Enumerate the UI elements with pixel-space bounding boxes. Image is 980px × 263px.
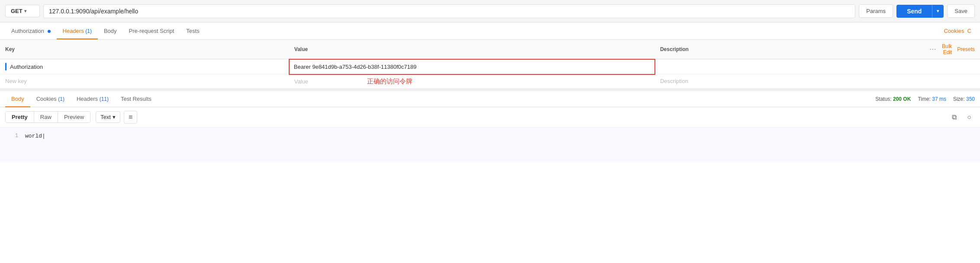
headers-table: Key Value Description ··· Bulk Edit Pres… <box>0 40 980 89</box>
headers-section: Key Value Description ··· Bulk Edit Pres… <box>0 40 980 89</box>
send-btn-group: Send ▾ <box>896 5 944 18</box>
resp-tab-test-results[interactable]: Test Results <box>115 91 158 107</box>
resp-tab-headers[interactable]: Headers (11) <box>71 91 115 107</box>
url-bar: GET ▾ Params Send ▾ Save <box>0 0 980 22</box>
new-key-cell[interactable]: New key <box>0 74 289 89</box>
tab-pre-request[interactable]: Pre-request Script <box>123 23 181 39</box>
annotation-text: 正确的访问令牌 <box>367 76 413 87</box>
save-button[interactable]: Save <box>947 4 975 18</box>
method-label: GET <box>11 8 23 14</box>
line-content-1: world <box>25 133 45 139</box>
request-tabs: Authorization Headers (1) Body Pre-reque… <box>0 22 980 40</box>
bulk-edit-button[interactable]: Bulk Edit <box>942 43 952 55</box>
dots-button[interactable]: ··· <box>930 46 937 52</box>
format-raw-button[interactable]: Raw <box>34 112 58 122</box>
send-button[interactable]: Send <box>896 5 932 18</box>
tab-tests[interactable]: Tests <box>180 23 205 39</box>
resp-tab-body-label: Body <box>11 96 24 102</box>
new-row-actions <box>925 74 980 89</box>
params-button[interactable]: Params <box>859 4 893 18</box>
type-select[interactable]: Text ▾ <box>96 111 120 123</box>
new-value-cell: Value 正确的访问令牌 <box>289 74 655 89</box>
row-actions <box>925 59 980 74</box>
size-label: Size: 350 <box>953 96 975 102</box>
key-bar-indicator <box>5 63 6 71</box>
tab-pre-request-label: Pre-request Script <box>129 28 174 34</box>
cookies-link[interactable]: Cookies C <box>940 28 975 34</box>
response-body-actions: ⧉ ○ <box>948 112 975 123</box>
resp-headers-badge: (11) <box>100 96 109 102</box>
tab-authorization[interactable]: Authorization <box>5 23 57 39</box>
send-dropdown-button[interactable]: ▾ <box>932 5 944 18</box>
resp-line-1: 1 world <box>0 132 980 140</box>
value-cell-highlighted[interactable]: Bearer 9e841d9b-a753-4d26-b38f-11380f0c7… <box>289 59 655 74</box>
key-cell: Authorization <box>0 59 289 74</box>
status-label: Status: 200 OK <box>875 96 911 102</box>
tab-authorization-label: Authorization <box>11 28 44 34</box>
type-chevron: ▾ <box>113 114 116 120</box>
col-description: Description <box>655 40 925 59</box>
new-description-cell: Description <box>655 74 925 89</box>
new-value-placeholder: Value <box>294 78 308 85</box>
new-desc-placeholder: Description <box>660 78 688 84</box>
key-value[interactable]: Authorization <box>10 64 43 70</box>
tab-body[interactable]: Body <box>98 23 123 39</box>
col-value: Value <box>289 40 655 59</box>
resp-tab-cookies[interactable]: Cookies (1) <box>30 91 71 107</box>
resp-tab-headers-label: Headers <box>77 96 100 102</box>
table-row: Authorization Bearer 9e841d9b-a753-4d26-… <box>0 59 980 74</box>
response-tabs: Body Cookies (1) Headers (11) Test Resul… <box>0 90 980 107</box>
headers-badge: (1) <box>85 28 92 34</box>
new-key-placeholder: New key <box>5 78 27 84</box>
time-label: Time: 37 ms <box>918 96 946 102</box>
col-actions: ··· Bulk Edit Presets <box>925 40 980 59</box>
format-pretty-button[interactable]: Pretty <box>6 112 34 122</box>
tab-tests-label: Tests <box>186 28 199 34</box>
resp-tab-cookies-label: Cookies <box>36 96 58 102</box>
tab-headers[interactable]: Headers (1) <box>57 23 98 39</box>
table-row-new: New key Value 正确的访问令牌 Description <box>0 74 980 89</box>
description-cell[interactable] <box>655 59 925 74</box>
response-status-info: Status: 200 OK Time: 37 ms Size: 350 <box>875 96 975 102</box>
method-select[interactable]: GET ▾ <box>5 5 40 17</box>
cookies-badge: (1) <box>58 96 64 102</box>
size-value: 350 <box>966 96 975 102</box>
line-number-1: 1 <box>5 133 18 139</box>
search-button[interactable]: ○ <box>964 112 975 123</box>
tab-body-label: Body <box>104 28 117 34</box>
url-input[interactable] <box>43 4 855 18</box>
format-preview-button[interactable]: Preview <box>58 112 90 122</box>
col-key: Key <box>0 40 289 59</box>
resp-tab-body[interactable]: Body <box>5 91 30 107</box>
wrap-button[interactable]: ≡ <box>124 111 137 124</box>
type-label: Text <box>100 114 111 120</box>
copy-button[interactable]: ⧉ <box>948 112 960 123</box>
resp-tab-test-results-label: Test Results <box>121 96 152 102</box>
authorization-dot <box>48 30 51 33</box>
method-chevron: ▾ <box>24 9 26 13</box>
response-content: 1 world <box>0 128 980 162</box>
response-body-toolbar: Pretty Raw Preview Text ▾ ≡ ⧉ ○ <box>0 107 980 128</box>
presets-button[interactable]: Presets <box>957 46 975 52</box>
status-value: 200 OK <box>893 96 911 102</box>
time-value: 37 ms <box>932 96 946 102</box>
tab-headers-label: Headers <box>63 28 86 34</box>
format-button-group: Pretty Raw Preview <box>5 111 90 123</box>
